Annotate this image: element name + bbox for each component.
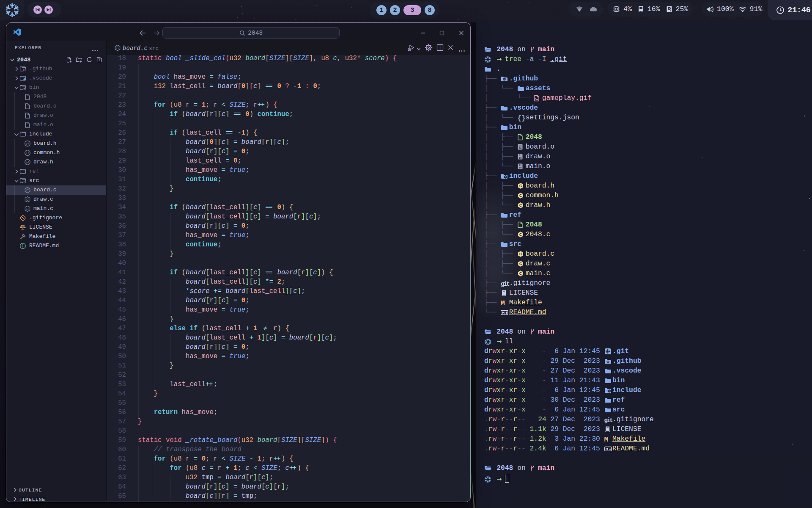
- svg-text:C: C: [519, 184, 522, 188]
- svg-text:C: C: [519, 203, 522, 207]
- svg-text:C: C: [519, 193, 522, 198]
- svg-text:C: C: [519, 271, 522, 276]
- svg-text:C: C: [519, 232, 522, 237]
- svg-text:C: C: [519, 252, 522, 256]
- svg-text:10: 10: [519, 157, 521, 160]
- svg-text:10: 10: [519, 167, 521, 169]
- svg-text:C: C: [519, 262, 522, 266]
- svg-text:10: 10: [519, 147, 521, 150]
